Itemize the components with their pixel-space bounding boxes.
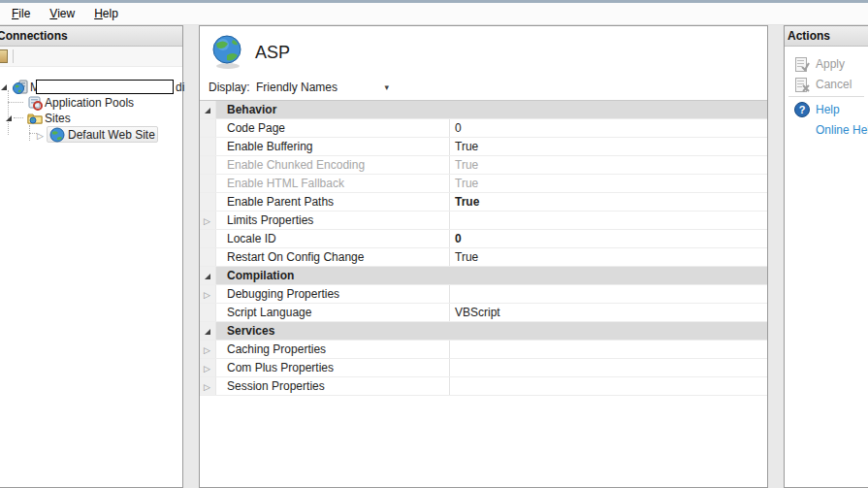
expand-property-icon[interactable]: ▷ (204, 360, 210, 377)
property-name: Enable Chunked Encoding (216, 156, 449, 174)
help-icon: ? (794, 102, 810, 117)
menu-bar: File View Help (0, 3, 868, 25)
property-grid: Behavior Code Page 0 Enable Buffering Tr… (200, 100, 767, 396)
save-connections-icon[interactable] (0, 49, 8, 63)
actions-header: Actions (785, 26, 868, 47)
grid-row-enable-parent-paths[interactable]: Enable Parent Paths True (200, 193, 767, 211)
grid-row-com-plus-properties[interactable]: ▷ Com Plus Properties (200, 359, 767, 377)
grid-section-compilation[interactable]: Compilation (200, 267, 767, 285)
property-value[interactable]: VBScript (449, 304, 767, 321)
property-value (449, 377, 767, 395)
grid-row-enable-html-fallback[interactable]: Enable HTML Fallback True (200, 175, 767, 193)
property-value (449, 359, 767, 376)
toolbar-separator (13, 49, 14, 63)
online-help-link[interactable]: Online Help (785, 120, 868, 140)
grid-section-services[interactable]: Services (200, 322, 767, 341)
menu-view[interactable]: View (40, 4, 84, 24)
expand-property-icon[interactable]: ▷ (204, 286, 210, 304)
globe-icon (49, 127, 65, 143)
grid-row-limits-properties[interactable]: ▷ Limits Properties (200, 211, 767, 230)
menu-help[interactable]: Help (84, 4, 128, 24)
property-value[interactable]: True (449, 138, 767, 155)
expand-property-icon[interactable]: ▷ (204, 212, 210, 230)
expand-property-icon[interactable]: ▷ (204, 342, 210, 359)
cancel-icon (794, 77, 810, 92)
asp-globe-icon (211, 35, 244, 70)
property-value[interactable]: True (449, 248, 767, 266)
help-link[interactable]: ? Help (785, 100, 868, 119)
expand-icon[interactable] (1, 84, 7, 90)
grid-row-script-language[interactable]: Script Language VBScript (200, 304, 767, 322)
property-name: Debugging Properties (216, 285, 449, 303)
property-value[interactable]: True (449, 193, 767, 211)
property-value: True (449, 156, 767, 174)
page-title: ASP (255, 43, 290, 63)
property-name: Script Language (216, 304, 449, 321)
server-icon (13, 80, 28, 95)
tree-node-label: Sites (45, 111, 71, 126)
property-name: Session Properties (216, 377, 449, 395)
display-mode-value: Friendly Names (256, 81, 338, 94)
section-expanded-icon[interactable] (205, 274, 210, 279)
tree-node-default-web-site[interactable]: ▷ Default Web Site (0, 126, 184, 144)
tree-node-server[interactable]: M di (0, 80, 184, 95)
property-name: Com Plus Properties (216, 359, 449, 376)
property-value (449, 285, 767, 303)
property-value[interactable]: 0 (449, 230, 767, 247)
grid-row-enable-chunked-encoding[interactable]: Enable Chunked Encoding True (200, 156, 767, 175)
grid-row-enable-buffering[interactable]: Enable Buffering True (200, 138, 767, 156)
server-name-visible-end: di (176, 80, 184, 95)
property-value[interactable]: 0 (449, 119, 767, 137)
grid-row-code-page[interactable]: Code Page 0 (200, 119, 767, 138)
property-name: Limits Properties (216, 211, 449, 229)
property-name: Code Page (216, 119, 449, 137)
actions-panel: Actions Apply Cancel ? Help Online (784, 25, 868, 488)
online-help-label: Online Help (816, 120, 868, 140)
connections-header: Connections (0, 26, 182, 47)
menu-file[interactable]: File (2, 4, 40, 24)
application-pools-icon (27, 95, 43, 111)
grid-row-restart-on-config-change[interactable]: Restart On Config Change True (200, 248, 767, 267)
section-title: Behavior (216, 101, 449, 118)
connections-tree: M di Application Pools Sites (0, 67, 182, 487)
section-title: Services (216, 322, 449, 340)
grid-row-session-properties[interactable]: ▷ Session Properties (200, 377, 767, 396)
cancel-button[interactable]: Cancel (785, 75, 868, 94)
tree-node-label: Default Web Site (68, 126, 155, 144)
property-name: Enable HTML Fallback (216, 175, 449, 192)
display-label: Display: (209, 81, 250, 94)
property-name: Caching Properties (216, 341, 449, 358)
apply-label: Apply (816, 54, 845, 74)
display-mode-select[interactable]: Friendly Names ▾ (251, 79, 395, 97)
cancel-label: Cancel (816, 75, 852, 94)
actions-separator (788, 96, 864, 97)
section-expanded-icon[interactable] (205, 329, 210, 335)
expand-property-icon[interactable]: ▷ (204, 378, 210, 396)
property-name: Enable Buffering (216, 138, 449, 155)
grid-row-debugging-properties[interactable]: ▷ Debugging Properties (200, 285, 767, 304)
server-name-redaction (36, 80, 174, 94)
connections-toolbar (0, 47, 182, 67)
asp-feature-panel: ASP Display: Friendly Names ▾ Behavior C… (199, 25, 768, 488)
section-title: Compilation (216, 267, 449, 284)
tree-node-application-pools[interactable]: Application Pools (0, 95, 184, 111)
grid-row-locale-id[interactable]: Locale ID 0 (200, 230, 767, 248)
sites-folder-icon (27, 111, 43, 126)
display-row: Display: Friendly Names ▾ (200, 77, 767, 99)
connections-panel: Connections M di (0, 25, 183, 488)
svg-text:?: ? (799, 104, 806, 115)
apply-icon (794, 56, 810, 72)
expand-icon[interactable] (6, 115, 12, 121)
section-expanded-icon[interactable] (205, 108, 210, 114)
grid-section-behavior[interactable]: Behavior (200, 101, 767, 119)
collapse-icon[interactable]: ▷ (37, 127, 44, 145)
apply-button[interactable]: Apply (785, 54, 868, 74)
tree-node-label: Application Pools (45, 95, 134, 111)
grid-row-caching-properties[interactable]: ▷ Caching Properties (200, 341, 767, 359)
property-value (449, 211, 767, 229)
tree-node-sites[interactable]: Sites (0, 111, 184, 126)
property-name: Enable Parent Paths (216, 193, 449, 211)
property-name: Locale ID (216, 230, 449, 247)
property-value: True (449, 175, 767, 192)
feature-header: ASP (200, 26, 767, 75)
